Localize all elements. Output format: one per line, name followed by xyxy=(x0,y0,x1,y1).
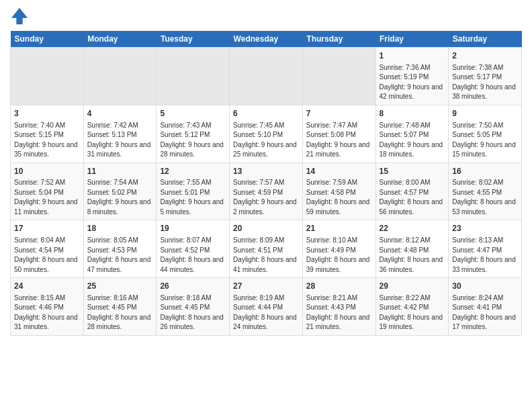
day-number: 25 xyxy=(87,281,153,292)
day-info: Sunrise: 8:07 AM Sunset: 4:52 PM Dayligh… xyxy=(160,236,226,275)
day-info: Sunrise: 8:19 AM Sunset: 4:44 PM Dayligh… xyxy=(233,293,299,332)
header-sunday: Sunday xyxy=(11,31,84,48)
table-row: 24Sunrise: 8:15 AM Sunset: 4:46 PM Dayli… xyxy=(11,278,84,336)
header-thursday: Thursday xyxy=(302,31,375,48)
day-info: Sunrise: 8:09 AM Sunset: 4:51 PM Dayligh… xyxy=(233,236,299,275)
day-number: 2 xyxy=(452,50,518,62)
day-number: 14 xyxy=(306,166,372,177)
week-row-3: 10Sunrise: 7:52 AM Sunset: 5:04 PM Dayli… xyxy=(11,163,522,220)
day-number: 18 xyxy=(87,223,153,234)
day-number: 27 xyxy=(233,281,299,292)
day-info: Sunrise: 8:00 AM Sunset: 4:57 PM Dayligh… xyxy=(380,178,445,217)
table-row: 22Sunrise: 8:12 AM Sunset: 4:48 PM Dayli… xyxy=(375,220,449,278)
page-header xyxy=(10,7,522,26)
day-info: Sunrise: 7:54 AM Sunset: 5:02 PM Dayligh… xyxy=(87,178,153,217)
week-row-1: 1Sunrise: 7:36 AM Sunset: 5:19 PM Daylig… xyxy=(11,48,522,105)
table-row: 25Sunrise: 8:16 AM Sunset: 4:45 PM Dayli… xyxy=(83,278,157,336)
table-row: 28Sunrise: 8:21 AM Sunset: 4:43 PM Dayli… xyxy=(302,278,375,336)
day-number: 11 xyxy=(87,166,153,177)
table-row: 17Sunrise: 8:04 AM Sunset: 4:54 PM Dayli… xyxy=(11,220,84,278)
day-number: 3 xyxy=(14,108,80,120)
table-row: 15Sunrise: 8:00 AM Sunset: 4:57 PM Dayli… xyxy=(375,163,449,220)
table-row: 3Sunrise: 7:40 AM Sunset: 5:15 PM Daylig… xyxy=(11,105,84,163)
day-number: 23 xyxy=(452,223,518,234)
logo xyxy=(10,7,32,26)
day-number: 7 xyxy=(306,108,372,120)
day-number: 4 xyxy=(87,108,153,120)
header-tuesday: Tuesday xyxy=(157,31,230,48)
day-number: 15 xyxy=(380,166,445,177)
day-info: Sunrise: 8:24 AM Sunset: 4:41 PM Dayligh… xyxy=(452,293,518,332)
table-row: 14Sunrise: 7:59 AM Sunset: 4:58 PM Dayli… xyxy=(302,163,375,220)
table-row: 29Sunrise: 8:22 AM Sunset: 4:42 PM Dayli… xyxy=(375,278,449,336)
day-info: Sunrise: 8:21 AM Sunset: 4:43 PM Dayligh… xyxy=(306,293,372,332)
day-number: 24 xyxy=(14,281,80,292)
table-row: 27Sunrise: 8:19 AM Sunset: 4:44 PM Dayli… xyxy=(230,278,303,336)
day-number: 13 xyxy=(233,166,299,177)
day-info: Sunrise: 7:55 AM Sunset: 5:01 PM Dayligh… xyxy=(160,178,226,217)
calendar-header-row: SundayMondayTuesdayWednesdayThursdayFrid… xyxy=(11,31,522,48)
day-info: Sunrise: 8:04 AM Sunset: 4:54 PM Dayligh… xyxy=(14,236,80,275)
day-number: 5 xyxy=(160,108,226,120)
day-number: 28 xyxy=(306,281,372,292)
day-info: Sunrise: 7:45 AM Sunset: 5:10 PM Dayligh… xyxy=(233,121,299,160)
table-row: 23Sunrise: 8:13 AM Sunset: 4:47 PM Dayli… xyxy=(449,220,522,278)
table-row xyxy=(230,48,303,105)
day-info: Sunrise: 8:02 AM Sunset: 4:55 PM Dayligh… xyxy=(452,178,518,217)
week-row-2: 3Sunrise: 7:40 AM Sunset: 5:15 PM Daylig… xyxy=(11,105,522,163)
logo-icon xyxy=(10,7,29,26)
day-info: Sunrise: 7:36 AM Sunset: 5:19 PM Dayligh… xyxy=(380,63,445,102)
day-info: Sunrise: 8:12 AM Sunset: 4:48 PM Dayligh… xyxy=(380,236,445,275)
day-number: 30 xyxy=(452,281,518,292)
table-row xyxy=(302,48,375,105)
table-row: 2Sunrise: 7:38 AM Sunset: 5:17 PM Daylig… xyxy=(449,48,522,105)
day-info: Sunrise: 7:48 AM Sunset: 5:07 PM Dayligh… xyxy=(380,121,445,160)
day-number: 19 xyxy=(160,223,226,234)
week-row-4: 17Sunrise: 8:04 AM Sunset: 4:54 PM Dayli… xyxy=(11,220,522,278)
table-row xyxy=(11,48,84,105)
week-row-5: 24Sunrise: 8:15 AM Sunset: 4:46 PM Dayli… xyxy=(11,278,522,336)
table-row: 13Sunrise: 7:57 AM Sunset: 4:59 PM Dayli… xyxy=(230,163,303,220)
table-row: 30Sunrise: 8:24 AM Sunset: 4:41 PM Dayli… xyxy=(449,278,522,336)
table-row: 18Sunrise: 8:05 AM Sunset: 4:53 PM Dayli… xyxy=(83,220,157,278)
day-number: 20 xyxy=(233,223,299,234)
calendar-table: SundayMondayTuesdayWednesdayThursdayFrid… xyxy=(10,31,522,336)
table-row: 8Sunrise: 7:48 AM Sunset: 5:07 PM Daylig… xyxy=(375,105,449,163)
header-saturday: Saturday xyxy=(449,31,522,48)
day-info: Sunrise: 8:13 AM Sunset: 4:47 PM Dayligh… xyxy=(452,236,518,275)
day-info: Sunrise: 7:43 AM Sunset: 5:12 PM Dayligh… xyxy=(160,121,226,160)
table-row xyxy=(83,48,157,105)
day-info: Sunrise: 8:15 AM Sunset: 4:46 PM Dayligh… xyxy=(14,293,80,332)
table-row: 10Sunrise: 7:52 AM Sunset: 5:04 PM Dayli… xyxy=(11,163,84,220)
header-monday: Monday xyxy=(83,31,157,48)
day-number: 26 xyxy=(160,281,226,292)
day-number: 1 xyxy=(380,50,445,62)
day-number: 10 xyxy=(14,166,80,177)
day-info: Sunrise: 7:52 AM Sunset: 5:04 PM Dayligh… xyxy=(14,178,80,217)
day-info: Sunrise: 8:18 AM Sunset: 4:45 PM Dayligh… xyxy=(160,293,226,332)
svg-marker-0 xyxy=(11,8,28,24)
day-info: Sunrise: 8:05 AM Sunset: 4:53 PM Dayligh… xyxy=(87,236,153,275)
day-info: Sunrise: 7:38 AM Sunset: 5:17 PM Dayligh… xyxy=(452,63,518,102)
day-number: 6 xyxy=(233,108,299,120)
table-row: 16Sunrise: 8:02 AM Sunset: 4:55 PM Dayli… xyxy=(449,163,522,220)
day-info: Sunrise: 7:47 AM Sunset: 5:08 PM Dayligh… xyxy=(306,121,372,160)
day-number: 9 xyxy=(452,108,518,120)
table-row: 1Sunrise: 7:36 AM Sunset: 5:19 PM Daylig… xyxy=(375,48,449,105)
table-row: 5Sunrise: 7:43 AM Sunset: 5:12 PM Daylig… xyxy=(157,105,230,163)
table-row: 6Sunrise: 7:45 AM Sunset: 5:10 PM Daylig… xyxy=(230,105,303,163)
table-row xyxy=(157,48,230,105)
day-info: Sunrise: 8:10 AM Sunset: 4:49 PM Dayligh… xyxy=(306,236,372,275)
day-number: 21 xyxy=(306,223,372,234)
day-number: 12 xyxy=(160,166,226,177)
day-number: 8 xyxy=(380,108,445,120)
table-row: 20Sunrise: 8:09 AM Sunset: 4:51 PM Dayli… xyxy=(230,220,303,278)
day-number: 29 xyxy=(380,281,445,292)
table-row: 26Sunrise: 8:18 AM Sunset: 4:45 PM Dayli… xyxy=(157,278,230,336)
table-row: 11Sunrise: 7:54 AM Sunset: 5:02 PM Dayli… xyxy=(83,163,157,220)
day-info: Sunrise: 7:42 AM Sunset: 5:13 PM Dayligh… xyxy=(87,121,153,160)
table-row: 9Sunrise: 7:50 AM Sunset: 5:05 PM Daylig… xyxy=(449,105,522,163)
table-row: 12Sunrise: 7:55 AM Sunset: 5:01 PM Dayli… xyxy=(157,163,230,220)
header-friday: Friday xyxy=(375,31,449,48)
day-number: 22 xyxy=(380,223,445,234)
